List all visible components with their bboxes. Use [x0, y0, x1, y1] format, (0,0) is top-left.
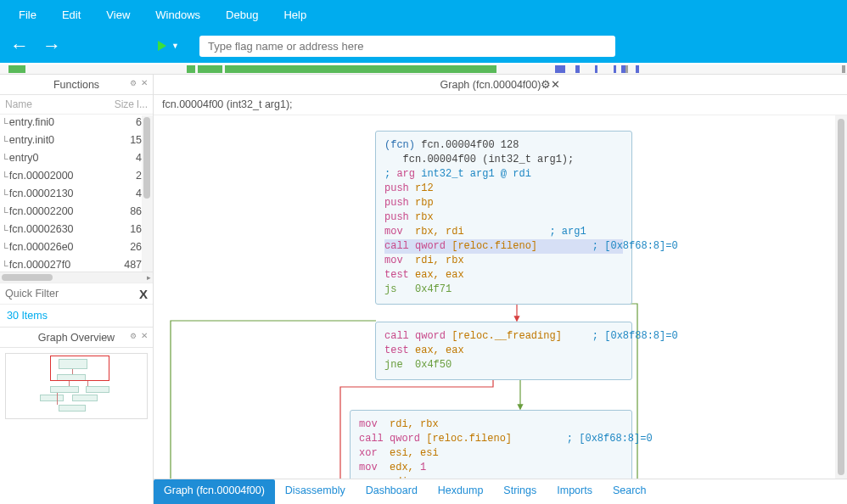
overview-title: Graph Overview	[38, 332, 115, 344]
functions-scrollbar-h[interactable]: ▸	[0, 272, 153, 283]
item-count: 30 Items	[0, 305, 153, 327]
clear-filter-button[interactable]: X	[139, 287, 148, 301]
graph-node[interactable]: mov rdi, rbx call qword [reloc.fileno] ;…	[350, 410, 632, 479]
forward-button[interactable]: →	[41, 35, 63, 57]
gear-icon[interactable]: ⚙	[130, 332, 137, 340]
left-sidebar: Functions ⚙ ✕ Name Size I... └entry.fini…	[0, 75, 154, 504]
col-name[interactable]: Name	[5, 98, 104, 110]
run-button[interactable]: ▼	[158, 41, 179, 51]
menu-help[interactable]: Help	[272, 4, 318, 25]
menubar: File Edit View Windows Debug Help	[0, 0, 847, 29]
functions-columns: Name Size I...	[0, 95, 153, 115]
graph-overview-panel: Graph Overview ⚙ ✕	[0, 327, 153, 504]
tab-graph[interactable]: Graph (fcn.00004f00)	[154, 479, 275, 504]
tab-search[interactable]: Search	[603, 479, 657, 504]
functions-title: Functions	[53, 79, 99, 91]
toolbar: ← → ▼	[0, 29, 847, 63]
table-row[interactable]: └fcn.00002630162	[0, 221, 153, 239]
back-button[interactable]: ←	[8, 35, 31, 57]
functions-scrollbar-v[interactable]	[142, 115, 153, 272]
menu-debug[interactable]: Debug	[214, 4, 270, 25]
menu-edit[interactable]: Edit	[50, 4, 93, 25]
quick-filter: X	[0, 283, 153, 305]
close-icon[interactable]: ✕	[141, 78, 148, 87]
table-row[interactable]: └fcn.000027f04876	[0, 257, 153, 272]
table-row[interactable]: └fcn.00002200863	[0, 204, 153, 221]
graph-node[interactable]: call qword [reloc.__freading] ; [0x8f88:…	[375, 322, 632, 380]
gear-icon[interactable]: ⚙	[130, 79, 137, 87]
functions-panel-header: Functions ⚙ ✕	[0, 75, 153, 95]
close-icon[interactable]: ✕	[551, 78, 560, 91]
graph-panel: Graph (fcn.00004f00) ⚙ ✕ fcn.00004f00 (i…	[154, 75, 847, 504]
table-row[interactable]: └entry.fini065	[0, 115, 153, 132]
graph-canvas[interactable]: (fcn) fcn.00004f00 128 fcn.00004f00 (int…	[154, 115, 847, 479]
address-timeline[interactable]	[0, 64, 847, 75]
tab-hexdump[interactable]: Hexdump	[428, 479, 494, 504]
table-row[interactable]: └entry046	[0, 150, 153, 168]
function-signature: fcn.00004f00 (int32_t arg1);	[154, 95, 847, 115]
chevron-down-icon: ▼	[171, 42, 179, 50]
table-row[interactable]: └fcn.000026e0268	[0, 239, 153, 257]
gear-icon[interactable]: ⚙	[541, 78, 551, 91]
tab-disassembly[interactable]: Disassembly	[275, 479, 356, 504]
filter-input[interactable]	[5, 288, 139, 300]
table-row[interactable]: └fcn.0000200027	[0, 168, 153, 186]
search-container	[199, 36, 615, 57]
overview-header: Graph Overview ⚙ ✕	[0, 328, 153, 348]
play-icon	[158, 41, 166, 51]
graph-title: Graph (fcn.00004f00)	[440, 79, 541, 91]
col-size[interactable]: Size	[104, 98, 134, 110]
graph-header: Graph (fcn.00004f00) ⚙ ✕	[154, 75, 847, 95]
table-row[interactable]: └fcn.0000213041	[0, 186, 153, 204]
menu-windows[interactable]: Windows	[143, 4, 212, 25]
graph-scrollbar-v[interactable]	[835, 115, 847, 479]
tab-imports[interactable]: Imports	[547, 479, 603, 504]
graph-node[interactable]: (fcn) fcn.00004f00 128 fcn.00004f00 (int…	[375, 131, 632, 305]
col-imp[interactable]: I...	[134, 98, 148, 110]
menu-view[interactable]: View	[94, 4, 142, 25]
bottom-tabs: Graph (fcn.00004f00) Disassembly Dashboa…	[154, 479, 847, 504]
overview-canvas[interactable]	[5, 353, 148, 419]
functions-table: Name Size I... └entry.fini065└entry.init…	[0, 95, 153, 272]
table-row[interactable]: └entry.init0153	[0, 132, 153, 150]
tab-strings[interactable]: Strings	[493, 479, 547, 504]
tab-dashboard[interactable]: Dashboard	[356, 479, 428, 504]
menu-file[interactable]: File	[7, 4, 48, 25]
close-icon[interactable]: ✕	[141, 331, 148, 340]
search-input[interactable]	[199, 36, 615, 57]
